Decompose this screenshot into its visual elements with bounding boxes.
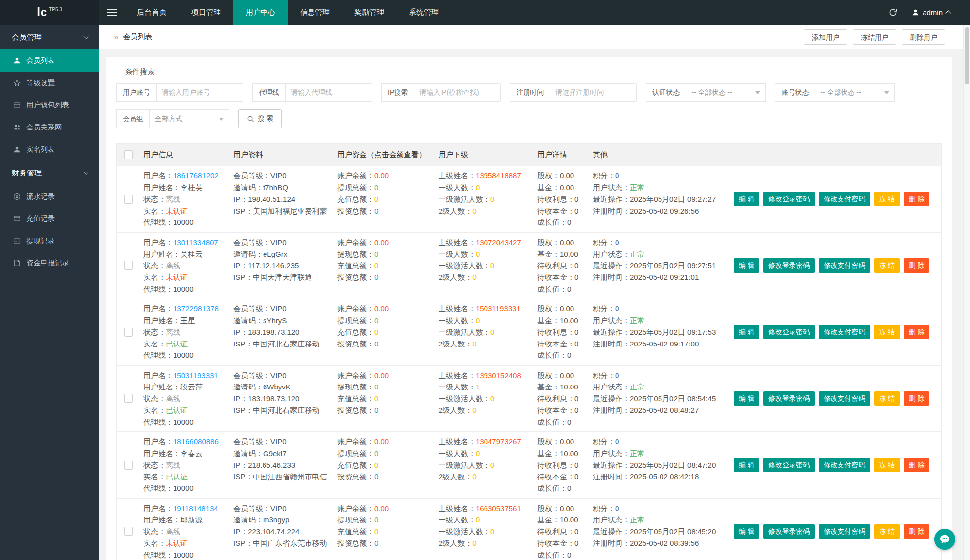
row-checkbox[interactable]: [124, 261, 133, 270]
nav-item-projects[interactable]: 项目管理: [179, 0, 233, 25]
verify-status-select[interactable]: -- 全部状态 --: [686, 83, 766, 102]
add-user-button[interactable]: 添加用户: [804, 29, 847, 45]
recharge-total-amount[interactable]: 0: [374, 461, 378, 469]
withdraw-total-amount[interactable]: 0: [374, 449, 378, 458]
username-link[interactable]: 18166080886: [173, 437, 219, 446]
balance-amount[interactable]: 0.00: [374, 172, 389, 180]
sidebar-item-withdraw-records[interactable]: 提现记录: [0, 230, 99, 252]
edit-button[interactable]: 编 辑: [734, 325, 759, 339]
change-login-password-button[interactable]: 修改登录密码: [763, 258, 815, 273]
recharge-total-amount[interactable]: 0: [374, 328, 378, 336]
change-login-password-button[interactable]: 修改登录密码: [763, 192, 815, 206]
recharge-total-amount[interactable]: 0: [374, 527, 378, 536]
ip-input[interactable]: [414, 83, 501, 102]
change-pay-password-button[interactable]: 修改支付密码: [819, 325, 870, 339]
invest-total-amount[interactable]: 0: [374, 539, 378, 547]
withdraw-total-amount[interactable]: 0: [374, 316, 378, 325]
freeze-button[interactable]: 冻 结: [874, 458, 900, 472]
change-login-password-button[interactable]: 修改登录密码: [763, 524, 815, 539]
refresh-icon[interactable]: [888, 8, 898, 17]
username-link[interactable]: 13722981378: [173, 304, 219, 313]
edit-button[interactable]: 编 辑: [734, 192, 759, 206]
scrollbar-track[interactable]: [963, 25, 970, 560]
balance-amount[interactable]: 0.00: [374, 238, 389, 247]
menu-toggle-button[interactable]: [99, 0, 125, 25]
delete-button[interactable]: 删 除: [904, 524, 929, 539]
freeze-button[interactable]: 冻 结: [874, 524, 900, 539]
change-pay-password-button[interactable]: 修改支付密码: [819, 192, 870, 206]
edit-button[interactable]: 编 辑: [734, 258, 759, 273]
change-login-password-button[interactable]: 修改登录密码: [763, 325, 815, 339]
invest-total-amount[interactable]: 0: [374, 406, 378, 414]
nav-item-system[interactable]: 系统管理: [397, 0, 451, 25]
withdraw-total-amount[interactable]: 0: [374, 383, 378, 391]
agent-input[interactable]: [285, 83, 372, 102]
change-login-password-button[interactable]: 修改登录密码: [763, 458, 815, 472]
delete-user-button[interactable]: 删除用户: [902, 29, 945, 45]
row-checkbox[interactable]: [124, 527, 133, 536]
delete-button[interactable]: 删 除: [904, 258, 929, 273]
row-checkbox[interactable]: [124, 394, 133, 403]
nav-item-info[interactable]: 信息管理: [288, 0, 342, 25]
edit-button[interactable]: 编 辑: [734, 391, 759, 406]
search-button[interactable]: 搜 索: [238, 109, 282, 128]
balance-amount[interactable]: 0.00: [374, 437, 389, 446]
delete-button[interactable]: 删 除: [904, 391, 929, 406]
freeze-user-button[interactable]: 冻结用户: [853, 29, 896, 45]
delete-button[interactable]: 删 除: [904, 458, 929, 472]
account-status-select[interactable]: -- 全部状态 --: [815, 83, 895, 102]
edit-button[interactable]: 编 辑: [734, 458, 759, 472]
row-checkbox[interactable]: [124, 328, 133, 337]
balance-amount[interactable]: 0.00: [374, 371, 389, 380]
invest-total-amount[interactable]: 0: [374, 473, 378, 481]
scrollbar-thumb[interactable]: [965, 27, 969, 84]
change-pay-password-button[interactable]: 修改支付密码: [819, 258, 870, 273]
sidebar-item-member-list[interactable]: 会员列表: [0, 49, 99, 72]
delete-button[interactable]: 删 除: [904, 325, 929, 339]
change-pay-password-button[interactable]: 修改支付密码: [819, 458, 870, 472]
freeze-button[interactable]: 冻 结: [874, 325, 900, 339]
sidebar-item-user-wallet-list[interactable]: 用户钱包列表: [0, 94, 99, 116]
username-link[interactable]: 19118148134: [173, 504, 218, 513]
username-link[interactable]: 13011334807: [173, 238, 218, 247]
balance-amount[interactable]: 0.00: [374, 504, 389, 513]
account-input[interactable]: [156, 83, 243, 102]
edit-button[interactable]: 编 辑: [734, 524, 759, 539]
nav-item-user-center[interactable]: 用户中心: [233, 0, 288, 25]
sidebar-item-recharge-records[interactable]: 充值记录: [0, 208, 99, 230]
row-checkbox[interactable]: [124, 195, 133, 204]
nav-item-rewards[interactable]: 奖励管理: [342, 0, 397, 25]
recharge-total-amount[interactable]: 0: [374, 195, 378, 203]
withdraw-total-amount[interactable]: 0: [374, 516, 378, 524]
username-link[interactable]: 18617681202: [173, 172, 219, 180]
user-menu[interactable]: admin: [912, 8, 950, 17]
sidebar-section-finance-management[interactable]: 财务管理: [0, 161, 99, 185]
nav-item-home[interactable]: 后台首页: [125, 0, 179, 25]
invest-total-amount[interactable]: 0: [374, 273, 378, 281]
member-group-select[interactable]: 全部方式: [149, 109, 229, 128]
username-link[interactable]: 15031193331: [173, 371, 218, 380]
withdraw-total-amount[interactable]: 0: [374, 183, 378, 192]
select-all-checkbox[interactable]: [124, 150, 133, 159]
customer-service-button[interactable]: [934, 529, 955, 550]
withdraw-total-amount[interactable]: 0: [374, 250, 378, 258]
delete-button[interactable]: 删 除: [904, 192, 929, 206]
invest-total-amount[interactable]: 0: [374, 207, 378, 215]
change-login-password-button[interactable]: 修改登录密码: [763, 391, 815, 406]
change-pay-password-button[interactable]: 修改支付密码: [819, 391, 870, 406]
freeze-button[interactable]: 冻 结: [874, 258, 900, 273]
regtime-input[interactable]: [550, 83, 637, 102]
sidebar-item-member-network[interactable]: 会员关系网: [0, 116, 99, 138]
invest-total-amount[interactable]: 0: [374, 340, 378, 348]
recharge-total-amount[interactable]: 0: [374, 394, 378, 403]
freeze-button[interactable]: 冻 结: [874, 192, 900, 206]
recharge-total-amount[interactable]: 0: [374, 261, 378, 270]
sidebar-item-flow-records[interactable]: 流水记录: [0, 185, 99, 208]
change-pay-password-button[interactable]: 修改支付密码: [819, 524, 870, 539]
freeze-button[interactable]: 冻 结: [874, 391, 900, 406]
sidebar-item-level-settings[interactable]: 等级设置: [0, 72, 99, 94]
sidebar-item-fund-declaration-records[interactable]: 资金申报记录: [0, 252, 99, 274]
balance-amount[interactable]: 0.00: [374, 304, 389, 313]
sidebar-item-realname-list[interactable]: 实名列表: [0, 138, 99, 161]
sidebar-section-member-management[interactable]: 会员管理: [0, 25, 99, 49]
